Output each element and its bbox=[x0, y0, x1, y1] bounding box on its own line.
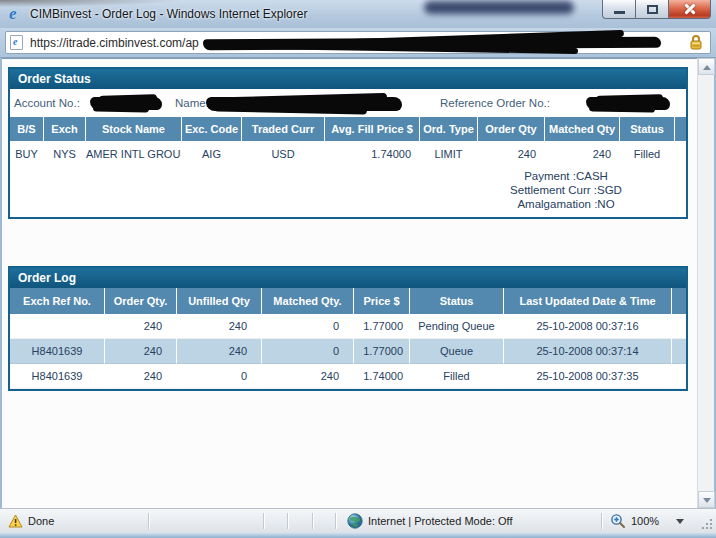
scroll-down-button[interactable] bbox=[698, 491, 715, 508]
cell-matched-qty: 0 bbox=[262, 339, 354, 364]
zoom-dropdown-caret-icon[interactable] bbox=[676, 519, 684, 524]
col-order-qty: Order Qty bbox=[478, 117, 545, 141]
col-last-updated: Last Updated Date & Time bbox=[504, 288, 672, 314]
cell-exch-ref: H8401639 bbox=[10, 339, 105, 364]
cell-exch-ref: H8401639 bbox=[10, 364, 105, 389]
cell-status: Filled bbox=[410, 364, 504, 389]
ie-logo-icon: e bbox=[9, 4, 17, 24]
status-text: Done bbox=[28, 515, 54, 527]
reference-order-redaction bbox=[586, 97, 670, 110]
close-icon bbox=[684, 3, 695, 14]
browser-window: e CIMBinvest - Order Log - Windows Inter… bbox=[0, 0, 716, 538]
status-separator bbox=[312, 513, 313, 529]
scroll-up-icon bbox=[703, 65, 711, 70]
payment-value: CASH bbox=[576, 170, 608, 182]
order-log-header-row: Exch Ref No. Order Qty. Unfilled Qty Mat… bbox=[10, 288, 686, 314]
col-filler bbox=[672, 288, 686, 314]
cell-avg-fill-price: 1.74000 bbox=[325, 141, 420, 167]
account-info-row: Account No.: Name: Reference Order No.: bbox=[10, 89, 686, 117]
cell-price: 1.77000 bbox=[354, 339, 410, 364]
title-bar: e CIMBinvest - Order Log - Windows Inter… bbox=[0, 0, 716, 28]
close-button[interactable] bbox=[669, 0, 711, 19]
order-log-panel: Order Log Exch Ref No. Order Qty. Unfill… bbox=[8, 266, 688, 391]
cell-price: 1.77000 bbox=[354, 314, 410, 339]
amalgamation-value: NO bbox=[597, 198, 614, 210]
col-exch: Exch bbox=[44, 117, 86, 141]
url-text: https://itrade.cimbinvest.com/ap bbox=[30, 36, 199, 50]
status-separator bbox=[335, 513, 336, 529]
cell-order-qty: 240 bbox=[105, 314, 177, 339]
cell-price: 1.74000 bbox=[354, 364, 410, 389]
background-window-smudge bbox=[424, 1, 574, 14]
scroll-down-icon bbox=[703, 498, 711, 503]
cell-filler bbox=[672, 339, 686, 364]
order-log-title: Order Log bbox=[10, 268, 686, 288]
settlement-curr-label: Settlement Curr bbox=[510, 184, 591, 196]
cell-exc-code: AIG bbox=[182, 141, 242, 167]
col-matched-qty: Matched Qty bbox=[545, 117, 620, 141]
cell-stock-name: AMER INTL GROUP bbox=[86, 141, 182, 167]
address-toolbar: e https://itrade.cimbinvest.com/ap bbox=[0, 28, 716, 58]
col-status: Status bbox=[410, 288, 504, 314]
detail-line-payment: Payment :CASH bbox=[448, 169, 684, 183]
order-status-title: Order Status bbox=[10, 69, 686, 89]
cell-last-updated: 25-10-2008 00:37:14 bbox=[504, 339, 672, 364]
window-frame-bottom bbox=[0, 533, 716, 538]
order-log-row-1: 240 240 0 1.77000 Pending Queue 25-10-20… bbox=[10, 314, 686, 339]
order-status-panel: Order Status Account No.: Name: Referenc… bbox=[8, 67, 688, 219]
cell-filler bbox=[672, 314, 686, 339]
status-separator bbox=[287, 513, 288, 529]
col-bs: B/S bbox=[10, 117, 44, 141]
ssl-lock-icon[interactable] bbox=[689, 34, 703, 51]
cell-exch-ref bbox=[10, 314, 105, 339]
status-bar: Done Internet | Protected Mode: Off 100% bbox=[0, 508, 716, 533]
detail-line-amalgamation: Amalgamation :NO bbox=[448, 197, 684, 211]
page-content: Order Status Account No.: Name: Referenc… bbox=[2, 58, 714, 508]
minimize-icon bbox=[614, 11, 625, 14]
address-bar-input[interactable]: e https://itrade.cimbinvest.com/ap bbox=[5, 31, 711, 54]
col-exch-ref-no: Exch Ref No. bbox=[10, 288, 105, 314]
order-log-row-2: H8401639 240 240 0 1.77000 Queue 25-10-2… bbox=[10, 339, 686, 364]
page-warning-icon[interactable] bbox=[8, 514, 23, 528]
cell-order-qty: 240 bbox=[105, 339, 177, 364]
status-separator bbox=[263, 513, 264, 529]
url-redaction bbox=[203, 37, 661, 50]
cell-matched-qty: 0 bbox=[262, 314, 354, 339]
cell-ord-type: LIMIT bbox=[420, 141, 478, 167]
col-ord-type: Ord. Type bbox=[420, 117, 478, 141]
col-avg-fill-price: Avg. Fill Price $ bbox=[325, 117, 420, 141]
scroll-up-button[interactable] bbox=[698, 58, 715, 75]
zoom-magnifier-icon[interactable] bbox=[610, 513, 626, 529]
cell-unfilled-qty: 240 bbox=[177, 314, 262, 339]
col-stock-name: Stock Name bbox=[86, 117, 182, 141]
settlement-details: Payment :CASH Settlement Curr :SGD Amalg… bbox=[448, 169, 684, 211]
cell-unfilled-qty: 0 bbox=[177, 364, 262, 389]
vertical-scrollbar[interactable] bbox=[697, 58, 714, 508]
minimize-button[interactable] bbox=[602, 0, 636, 19]
order-status-data-row: BUY NYS AMER INTL GROUP AIG USD 1.74000 … bbox=[10, 141, 686, 167]
cell-order-qty: 240 bbox=[478, 141, 545, 167]
account-no-label: Account No.: bbox=[14, 97, 80, 109]
zone-text[interactable]: Internet | Protected Mode: Off bbox=[368, 515, 513, 527]
name-redaction bbox=[206, 97, 402, 111]
resize-grip[interactable] bbox=[710, 527, 712, 529]
cell-status: Queue bbox=[410, 339, 504, 364]
col-status: Status bbox=[620, 117, 675, 141]
cell-filler bbox=[675, 141, 686, 167]
reference-order-label: Reference Order No.: bbox=[440, 97, 550, 109]
col-order-qty: Order Qty. bbox=[105, 288, 177, 314]
cell-status: Pending Queue bbox=[410, 314, 504, 339]
cell-order-qty: 240 bbox=[105, 364, 177, 389]
account-no-redaction bbox=[90, 97, 162, 110]
cell-last-updated: 25-10-2008 00:37:35 bbox=[504, 364, 672, 389]
col-price: Price $ bbox=[354, 288, 410, 314]
col-matched-qty: Matched Qty. bbox=[262, 288, 354, 314]
zoom-level-text[interactable]: 100% bbox=[631, 515, 659, 527]
col-unfilled-qty: Unfilled Qty bbox=[177, 288, 262, 314]
page-favicon-icon: e bbox=[10, 35, 23, 50]
cell-unfilled-qty: 240 bbox=[177, 339, 262, 364]
cell-last-updated: 25-10-2008 00:37:16 bbox=[504, 314, 672, 339]
maximize-button[interactable] bbox=[636, 0, 669, 19]
cell-exch: NYS bbox=[44, 141, 86, 167]
cell-bs: BUY bbox=[10, 141, 44, 167]
